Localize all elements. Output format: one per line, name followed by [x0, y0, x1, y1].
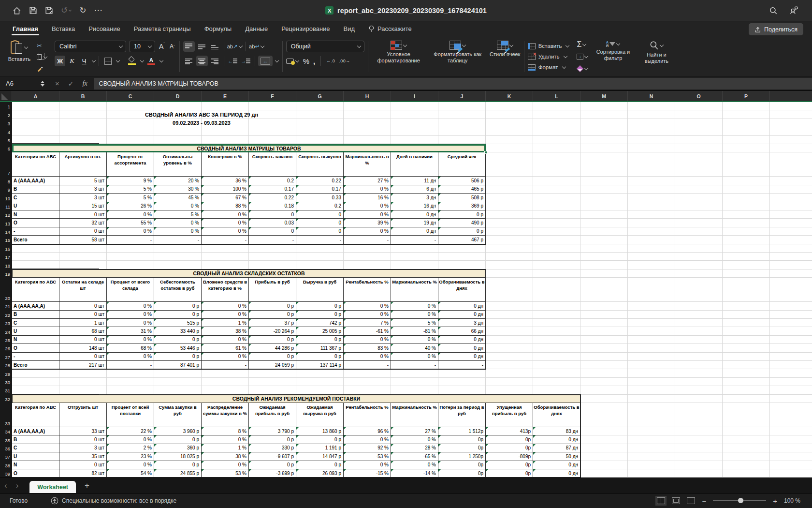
cell[interactable]: 82 шт — [59, 469, 107, 478]
cell[interactable]: 465 р — [438, 185, 486, 194]
spreadsheet-grid[interactable]: 1234567891011121314151617181920212223242… — [0, 102, 812, 478]
row-header-29[interactable]: 29 — [0, 369, 12, 377]
cell[interactable]: 0 % — [107, 302, 154, 310]
cell[interactable]: 0.2 — [249, 177, 296, 185]
table-header-cell[interactable]: Маржинальность в % — [344, 152, 391, 177]
cell[interactable]: 53 % — [202, 469, 249, 478]
row-header-32[interactable]: 32 — [0, 394, 12, 403]
cell[interactable]: 369 р — [438, 202, 486, 210]
copy-button[interactable] — [37, 53, 47, 61]
cell[interactable]: 1 512р — [438, 427, 486, 435]
cell[interactable]: 38 % — [202, 327, 249, 335]
align-right-button[interactable] — [209, 56, 221, 66]
row-header-35[interactable]: 35 — [0, 435, 12, 444]
column-header-C[interactable]: C — [107, 91, 154, 101]
table-header-cell[interactable]: Оборачиваемость в днях — [438, 278, 486, 302]
zoom-in-button[interactable]: + — [773, 497, 777, 505]
decrease-decimal-icon[interactable]: .00→ — [339, 59, 350, 63]
column-header-K[interactable]: K — [486, 91, 533, 101]
cell[interactable]: 0 % — [391, 461, 438, 469]
fill-color-button[interactable] — [126, 56, 138, 66]
cell[interactable]: 330 р — [249, 444, 296, 452]
cell[interactable]: 0 % — [344, 435, 391, 444]
sort-filter-button[interactable]: АЯ Сортировка и фильтр — [592, 39, 634, 74]
cell[interactable]: U — [12, 452, 59, 461]
cell[interactable]: 515 р — [154, 319, 202, 327]
cell[interactable]: 0 дн — [438, 344, 486, 352]
find-select-button[interactable]: Найти и выделить — [638, 39, 675, 74]
cell[interactable]: 0 % — [344, 302, 391, 310]
column-header-A[interactable]: A — [12, 91, 59, 101]
cell[interactable]: 0 р — [249, 336, 296, 344]
tab-Формулы[interactable]: Формулы — [198, 22, 239, 37]
cell[interactable]: 0 % — [344, 210, 391, 219]
table-header-cell[interactable]: Упущенная прибыль в руб — [486, 403, 533, 427]
cell[interactable]: 0 дн — [391, 210, 438, 219]
tab-Главная[interactable]: Главная — [6, 22, 45, 37]
cell[interactable]: 16 дн — [391, 202, 438, 210]
cell[interactable]: 3 шт — [59, 194, 107, 202]
cell[interactable]: 0 % — [391, 353, 438, 361]
merge-center-button[interactable]: ↔ — [258, 56, 273, 66]
cell[interactable]: 5 % — [154, 210, 202, 219]
cell[interactable]: 0 р — [249, 435, 296, 444]
cell[interactable]: - — [344, 236, 391, 244]
cell[interactable]: - — [202, 361, 249, 369]
comma-format-icon[interactable]: , — [313, 57, 315, 65]
cell[interactable]: 44 286 р — [249, 344, 296, 352]
row-header-28[interactable]: 28 — [0, 361, 12, 369]
table-header-cell[interactable]: Рентабельность % — [344, 278, 391, 302]
align-middle-button[interactable] — [196, 41, 208, 52]
table-header-cell[interactable]: Прибыль в руб — [249, 278, 296, 302]
cell[interactable]: - — [154, 236, 202, 244]
cell[interactable]: N — [12, 461, 59, 469]
table-header-cell[interactable]: Артикулов в шт. — [59, 152, 107, 177]
cell[interactable]: 53 446 р — [154, 344, 202, 352]
cell[interactable]: 0 % — [154, 219, 202, 227]
cell[interactable]: 61 % — [202, 344, 249, 352]
cell[interactable]: 40 % — [391, 344, 438, 352]
cell[interactable]: 0 шт — [59, 336, 107, 344]
tab-Разметка страницы[interactable]: Разметка страницы — [127, 22, 198, 37]
row-header-23[interactable]: 23 — [0, 319, 12, 327]
row-header-8[interactable]: 8 — [0, 177, 12, 185]
cell[interactable]: 0 % — [344, 461, 391, 469]
row-header-36[interactable]: 36 — [0, 444, 12, 452]
name-box[interactable]: A6 — [0, 76, 48, 90]
cell[interactable]: 413р — [486, 427, 533, 435]
cell[interactable]: O — [12, 219, 59, 227]
cell[interactable]: N — [12, 210, 59, 219]
cell[interactable]: 31 % — [107, 327, 154, 335]
cell[interactable]: 1 шт — [59, 319, 107, 327]
cell[interactable]: U — [12, 327, 59, 335]
table-header-cell[interactable]: Скорость заказов — [249, 152, 296, 177]
column-header-M[interactable]: M — [580, 91, 628, 101]
cell[interactable]: 0 дн — [391, 227, 438, 236]
font-name-select[interactable]: Calibri — [55, 41, 126, 52]
cell[interactable]: 1 191 р — [296, 444, 344, 452]
cell[interactable]: 15 шт — [59, 202, 107, 210]
cell[interactable]: 0 % — [107, 210, 154, 219]
row-header-39[interactable]: 39 — [0, 469, 12, 478]
cell[interactable]: 0р — [486, 469, 533, 478]
tab-Данные[interactable]: Данные — [238, 22, 275, 37]
table-header-cell[interactable]: Процент от всей поставки — [107, 403, 154, 427]
cell[interactable]: 88 % — [202, 202, 249, 210]
cell[interactable]: 1 % — [202, 444, 249, 452]
row-header-37[interactable]: 37 — [0, 452, 12, 461]
row-header-7[interactable]: 7 — [0, 152, 12, 177]
cell[interactable]: -15 % — [344, 469, 391, 478]
borders-button[interactable] — [102, 56, 114, 66]
row-header-6[interactable]: 6 — [0, 144, 12, 152]
table-header-cell[interactable]: Оптимальны уровень в % — [154, 152, 202, 177]
cell[interactable]: 0 дн — [533, 435, 580, 444]
increase-indent-button[interactable]: → — [240, 56, 252, 66]
cell[interactable]: -809р — [486, 452, 533, 461]
cell[interactable]: 11 дн — [391, 177, 438, 185]
cell[interactable]: 0 шт — [59, 461, 107, 469]
cell[interactable]: 0 шт — [59, 353, 107, 361]
cell[interactable]: -9 607 р — [249, 452, 296, 461]
cell[interactable]: 87 дн — [533, 444, 580, 452]
cell[interactable]: 0 % — [154, 227, 202, 236]
cell[interactable]: 5 шт — [59, 177, 107, 185]
